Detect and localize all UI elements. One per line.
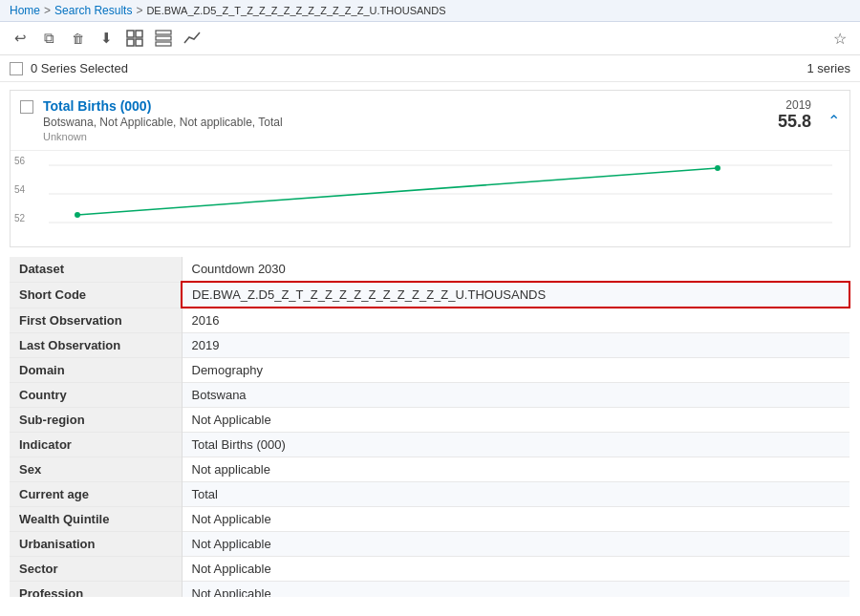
detail-label: Short Code [10, 282, 182, 308]
svg-rect-6 [156, 42, 171, 46]
star-icon[interactable]: ☆ [829, 28, 850, 49]
detail-value: Not Applicable [182, 532, 849, 557]
svg-rect-3 [136, 39, 142, 46]
series-chart [49, 156, 832, 242]
breadcrumb-sep2: > [136, 4, 142, 17]
series-year: 2019 [778, 98, 811, 112]
detail-label: Current age [10, 482, 182, 507]
detail-value: Not Applicable [182, 507, 849, 532]
detail-row: First Observation2016 [10, 308, 849, 333]
detail-label: Urbanisation [10, 532, 182, 557]
detail-row: UrbanisationNot Applicable [10, 532, 849, 557]
series-info: Total Births (000) Botswana, Not Applica… [43, 98, 778, 142]
detail-label: Profession [10, 582, 182, 598]
svg-rect-5 [156, 36, 171, 40]
detail-row: ProfessionNot Applicable [10, 582, 849, 598]
breadcrumb-series-code: DE.BWA_Z.D5_Z_T_Z_Z_Z_Z_Z_Z_Z_Z_Z_Z_U.TH… [146, 5, 445, 16]
svg-rect-1 [136, 31, 142, 37]
breadcrumb-sep1: > [44, 4, 51, 17]
chevron-up-icon[interactable]: ⌃ [828, 112, 840, 130]
detail-label: Sub-region [10, 408, 182, 433]
detail-row: CountryBotswana [10, 383, 849, 408]
detail-label: Wealth Quintile [10, 507, 182, 532]
detail-row: Sub-regionNot Applicable [10, 408, 849, 433]
detail-row: IndicatorTotal Births (000) [10, 433, 849, 457]
detail-row: DatasetCountdown 2030 [10, 257, 849, 282]
series-checkbox[interactable] [20, 100, 33, 114]
detail-row: SectorNot Applicable [10, 557, 849, 582]
series-card-header: Total Births (000) Botswana, Not Applica… [11, 91, 849, 151]
detail-label: Country [10, 383, 182, 408]
detail-label: Indicator [10, 433, 182, 457]
detail-label: First Observation [10, 308, 182, 333]
series-value-block: 2019 55.8 [778, 98, 811, 132]
detail-value: Not Applicable [182, 582, 849, 598]
toolbar: ↩ ⧉ 🗑 ⬇ ☆ [0, 22, 860, 55]
breadcrumb: Home > Search Results > DE.BWA_Z.D5_Z_T_… [0, 0, 860, 22]
svg-rect-4 [156, 31, 171, 34]
series-value: 55.8 [778, 112, 811, 132]
detail-row: SexNot applicable [10, 457, 849, 482]
series-card: Total Births (000) Botswana, Not Applica… [10, 90, 850, 247]
select-all-checkbox[interactable] [10, 62, 23, 75]
detail-row: DomainDemography [10, 358, 849, 383]
detail-row: Wealth QuintileNot Applicable [10, 507, 849, 532]
main-content: 0 Series Selected 1 series Total Births … [0, 55, 860, 597]
detail-value: Not Applicable [182, 408, 849, 433]
detail-value: Not applicable [182, 457, 849, 482]
detail-value: 2016 [182, 308, 849, 333]
y-label-54: 54 [14, 184, 25, 195]
chart-icon[interactable] [182, 28, 203, 49]
series-unknown: Unknown [43, 131, 778, 142]
y-label-52: 52 [14, 213, 25, 223]
table-view-icon[interactable] [124, 28, 145, 49]
detail-value: Total [182, 482, 849, 507]
svg-point-11 [715, 165, 720, 171]
details-table: DatasetCountdown 2030Short CodeDE.BWA_Z.… [10, 257, 850, 597]
detail-value: Total Births (000) [182, 433, 849, 457]
svg-rect-0 [127, 31, 134, 37]
copy-icon[interactable]: ⧉ [38, 28, 59, 49]
detail-value: Not Applicable [182, 557, 849, 582]
detail-value: Botswana [182, 383, 849, 408]
series-subtitle: Botswana, Not Applicable, Not applicable… [43, 116, 778, 129]
download-icon[interactable]: ⬇ [96, 28, 117, 49]
grid-icon[interactable] [153, 28, 174, 49]
back-icon[interactable]: ↩ [10, 28, 31, 49]
detail-value: DE.BWA_Z.D5_Z_T_Z_Z_Z_Z_Z_Z_Z_Z_Z_Z_U.TH… [182, 282, 849, 308]
breadcrumb-home[interactable]: Home [10, 4, 40, 17]
detail-row: Last Observation2019 [10, 333, 849, 358]
detail-label: Sex [10, 457, 182, 482]
detail-row: Current ageTotal [10, 482, 849, 507]
delete-icon[interactable]: 🗑 [67, 28, 88, 49]
series-title[interactable]: Total Births (000) [43, 98, 778, 114]
svg-point-10 [75, 212, 80, 218]
detail-label: Sector [10, 557, 182, 582]
series-selected-count: 0 Series Selected [31, 61, 128, 75]
detail-label: Last Observation [10, 333, 182, 358]
detail-label: Dataset [10, 257, 182, 282]
detail-row: Short CodeDE.BWA_Z.D5_Z_T_Z_Z_Z_Z_Z_Z_Z_… [10, 282, 849, 308]
series-header: 0 Series Selected 1 series [0, 55, 860, 82]
series-total-count: 1 series [806, 61, 850, 75]
chart-area: 56 54 52 [11, 151, 849, 246]
detail-value: 2019 [182, 333, 849, 358]
detail-label: Domain [10, 358, 182, 383]
detail-value: Demography [182, 358, 849, 383]
y-label-56: 56 [14, 156, 25, 166]
svg-rect-2 [127, 39, 134, 46]
detail-value: Countdown 2030 [182, 257, 849, 282]
breadcrumb-search-results[interactable]: Search Results [54, 4, 132, 17]
